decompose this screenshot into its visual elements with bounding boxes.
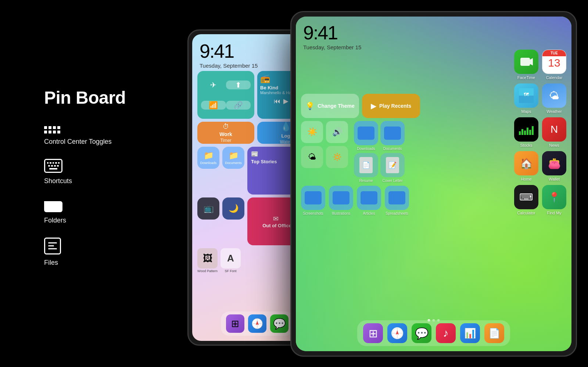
documents-folder[interactable]: 📁 Documents	[222, 147, 244, 169]
wallet-app[interactable]: 👛 Wallet	[542, 151, 566, 181]
dock-safari[interactable]	[248, 314, 266, 333]
sidebar-item-label: Control Center Toggles	[44, 138, 112, 146]
documents-folder-front[interactable]: Documents	[380, 121, 405, 151]
screenshots-folder[interactable]: Screenshots	[301, 186, 325, 215]
stocks-icon	[514, 117, 538, 142]
maps-icon: 🗺	[514, 83, 538, 108]
sf-font-file[interactable]: A SF Font	[220, 248, 241, 273]
moon-widget[interactable]: 🌙	[222, 197, 244, 220]
play-recents-widget[interactable]: ▶ Play Recents	[362, 94, 420, 118]
app-row-3: Stocks N News	[514, 117, 566, 147]
news-icon: N	[542, 117, 566, 142]
home-icon: 🏠	[514, 151, 538, 175]
ipad-front-screen: 9:41 Tuesday, September 15 💡 Change Them…	[296, 17, 571, 351]
ipad-front: 9:41 Tuesday, September 15 💡 Change Them…	[290, 11, 577, 357]
calculator-app[interactable]: ⌨ Calculator	[514, 185, 538, 215]
change-theme-widget[interactable]: 💡 Change Theme	[301, 94, 359, 118]
news-label: News	[549, 143, 559, 147]
illustrations-folder[interactable]: Illustrations	[329, 186, 353, 215]
maps-app[interactable]: 🗺 Maps	[514, 83, 538, 114]
stocks-label: Stocks	[520, 143, 532, 147]
calculator-icon: ⌨	[514, 185, 538, 209]
sidebar-item-folders[interactable]: Folders	[44, 198, 158, 224]
work-timer-sub: Timer	[220, 138, 231, 143]
airplane-toggle[interactable]: ✈	[201, 81, 226, 89]
change-theme-label: Change Theme	[318, 103, 354, 109]
front-dock-keynote[interactable]: 📊	[460, 323, 480, 343]
maps-label: Maps	[521, 109, 531, 114]
spreadsheets-folder[interactable]: Spreadsheets	[385, 186, 409, 215]
volume-widget[interactable]: 🔊	[326, 121, 348, 143]
home-label: Home	[521, 177, 531, 181]
home-app[interactable]: 🏠 Home	[514, 151, 538, 181]
newspaper-icon: 📰	[251, 150, 258, 157]
brightness-widget[interactable]: ☀️	[301, 121, 323, 143]
spreadsheets-label: Spreadsheets	[386, 211, 408, 215]
findmy-label: Find My	[547, 211, 561, 215]
sidebar-item-label: Shortcuts	[44, 177, 72, 185]
sidebar-item-shortcuts[interactable]: Shortcuts	[44, 159, 158, 185]
folders-icon	[44, 198, 62, 212]
music-title: Be Kind	[260, 85, 278, 90]
prev-button[interactable]: ⏮	[274, 97, 280, 105]
news-app[interactable]: N News	[542, 117, 566, 147]
cal-date: 13	[548, 56, 560, 70]
weather-label: Weather	[546, 109, 562, 114]
facetime-app[interactable]: FaceTime	[514, 50, 538, 80]
ipad-back-time: 9:41 Tuesday, September 15	[200, 41, 258, 69]
sidebar-item-control-center-toggles[interactable]: Control Center Toggles	[44, 126, 158, 146]
more-folders: Screenshots Illustrations Articles	[301, 186, 409, 215]
facetime-label: FaceTime	[517, 75, 535, 80]
resume-folder-front[interactable]: 📄 Resume	[354, 153, 378, 183]
svg-text:🗺: 🗺	[524, 92, 529, 97]
date-display: Tuesday, September 15	[200, 63, 258, 69]
calendar-label: Calendar	[546, 75, 563, 80]
front-dock-pages[interactable]: 📄	[484, 323, 504, 343]
play-button[interactable]: ▶	[283, 97, 288, 105]
stocks-app[interactable]: Stocks	[514, 117, 538, 147]
front-dock-launchpad[interactable]: ⊞	[363, 323, 383, 343]
work-timer-widget[interactable]: ⏱ Work Timer	[197, 122, 254, 144]
sidebar-item-files[interactable]: Files	[44, 238, 158, 267]
extra-widget[interactable]: 🔅	[326, 146, 348, 168]
articles-folder[interactable]: Articles	[357, 186, 381, 215]
articles-label: Articles	[363, 211, 375, 215]
front-dock-music[interactable]: ♪	[436, 323, 456, 343]
social-toggle[interactable]: 🔗	[226, 101, 251, 110]
ipad-front-dock: ⊞ 💬 ♪ 📊 📄	[357, 320, 510, 346]
front-dock-safari[interactable]	[387, 323, 407, 343]
tv-widget[interactable]: 📺	[197, 197, 219, 220]
dock-messages[interactable]: 💬	[270, 314, 288, 333]
time-display: 9:41	[200, 41, 258, 62]
findmy-app[interactable]: 📍 Find My	[542, 185, 566, 215]
facetime-icon	[514, 50, 538, 74]
front-date-display: Tuesday, September 15	[303, 44, 361, 50]
small-widgets-block: ☀️ 🔊 🌤 🔅	[301, 121, 349, 169]
bulb-icon: 💡	[305, 101, 315, 110]
files-icon	[44, 238, 61, 254]
control-center-icon	[44, 126, 60, 133]
control-center-widget[interactable]: ✈ ⬆ 📶 🔗	[197, 71, 254, 119]
dock-launchpad[interactable]: ⊞	[226, 314, 244, 333]
downloads-label: Downloads	[357, 147, 375, 151]
sun2-widget[interactable]: 🌤	[301, 146, 323, 168]
app-row-1: FaceTime TUE 13 Calendar	[514, 50, 566, 80]
wifi-toggle[interactable]: 📶	[201, 101, 226, 110]
weather-app[interactable]: 🌤 Weather	[542, 83, 566, 114]
wood-pattern-label: Wood Pattern	[197, 269, 218, 273]
downloads-folder[interactable]: 📁 Downloads	[197, 147, 219, 169]
downloads-folder-front[interactable]: Downloads	[354, 121, 378, 151]
front-time-display: 9:41	[303, 22, 361, 43]
illustrations-label: Illustrations	[332, 211, 351, 215]
page-title: Pin Board	[44, 88, 158, 108]
cal-day: TUE	[542, 50, 566, 56]
sidebar-item-label: Files	[44, 259, 58, 267]
findmy-icon: 📍	[542, 185, 566, 209]
wood-pattern-file[interactable]: 🖼 Wood Pattern	[197, 248, 218, 273]
shortcuts-icon	[44, 159, 62, 173]
cover-letter-folder-front[interactable]: 📝 Cover Letter	[380, 153, 405, 183]
front-app-grid: FaceTime TUE 13 Calendar	[514, 50, 566, 215]
calendar-app[interactable]: TUE 13 Calendar	[542, 50, 566, 80]
share-toggle[interactable]: ⬆	[226, 81, 251, 89]
front-dock-messages[interactable]: 💬	[412, 323, 431, 343]
